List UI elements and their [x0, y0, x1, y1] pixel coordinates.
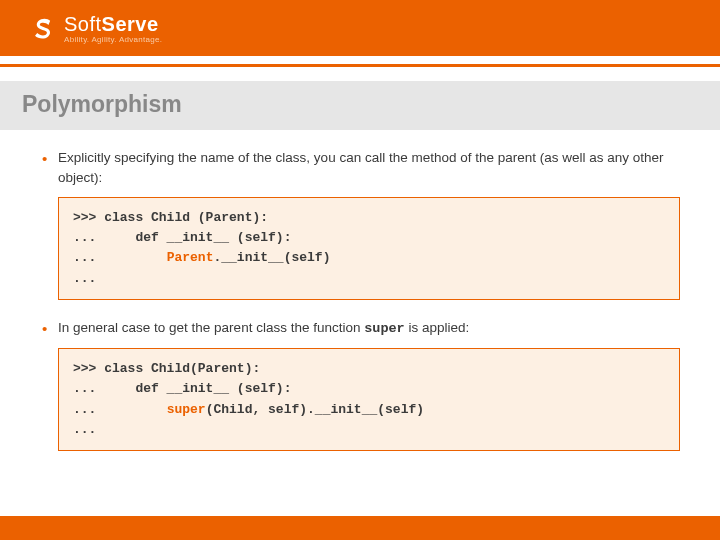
footer-bar [0, 516, 720, 540]
bullet-2-pre: In general case to get the parent class … [58, 320, 364, 335]
brand-tagline: Ability. Agility. Advantage. [64, 35, 162, 44]
code2-l1: >>> class Child(Parent): [73, 361, 260, 376]
brand-banner: SoftServe Ability. Agility. Advantage. [0, 0, 720, 56]
divider [0, 64, 720, 67]
brand-logo: SoftServe Ability. Agility. Advantage. [30, 13, 162, 44]
code2-l2: ... def __init__ (self): [73, 381, 291, 396]
code2-l3b: (Child, self).__init__(self) [206, 402, 424, 417]
slide-title-bar: Polymorphism [0, 81, 720, 130]
code2-l3-highlight: super [167, 402, 206, 417]
code1-l3-highlight: Parent [167, 250, 214, 265]
bullet-2-post: is applied: [405, 320, 470, 335]
code1-l1: >>> class Child (Parent): [73, 210, 268, 225]
code1-l3a: ... [73, 250, 167, 265]
brand-name-light: Soft [64, 13, 102, 35]
code1-l2: ... def __init__ (self): [73, 230, 291, 245]
bullet-2: In general case to get the parent class … [40, 318, 680, 339]
slide-title: Polymorphism [22, 91, 698, 118]
brand-mark-icon [30, 14, 58, 42]
code1-l4: ... [73, 271, 96, 286]
code1-l3b: .__init__(self) [213, 250, 330, 265]
brand-name: SoftServe [64, 13, 162, 36]
code2-l3a: ... [73, 402, 167, 417]
code-block-2: >>> class Child(Parent): ... def __init_… [58, 348, 680, 451]
code-block-1: >>> class Child (Parent): ... def __init… [58, 197, 680, 300]
bullet-1: Explicitly specifying the name of the cl… [40, 148, 680, 187]
code2-l4: ... [73, 422, 96, 437]
slide-content: Explicitly specifying the name of the cl… [0, 130, 720, 451]
bullet-1-text: Explicitly specifying the name of the cl… [58, 150, 664, 185]
brand-name-bold: Serve [102, 13, 159, 35]
bullet-2-mono: super [364, 321, 405, 336]
